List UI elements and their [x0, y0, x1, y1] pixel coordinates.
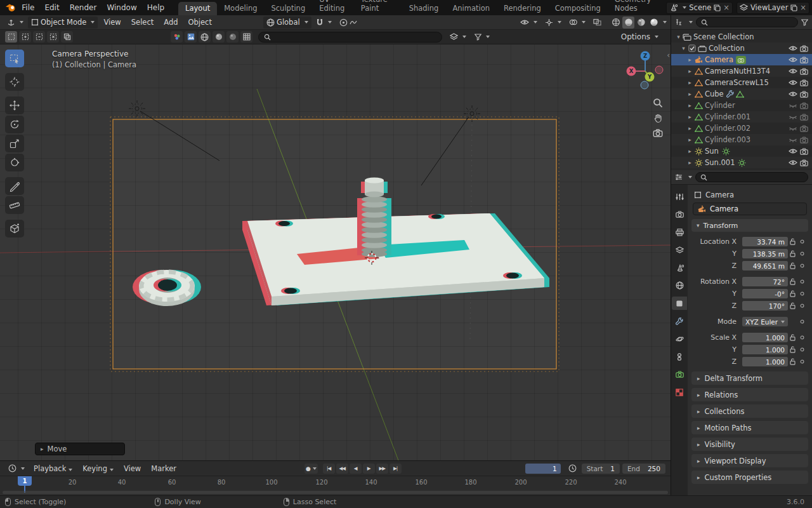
tool-select-box[interactable] [5, 50, 24, 67]
menu-edit[interactable]: Edit [39, 0, 64, 15]
outliner-row-collection[interactable]: ▾ Collection [671, 43, 812, 54]
tab-animation[interactable]: Animation [445, 2, 497, 15]
scale-z-field[interactable]: 1.000 [742, 357, 788, 366]
rotation-z-field[interactable]: 170° [742, 301, 788, 311]
light-data-icon[interactable] [722, 147, 730, 156]
light-data-icon[interactable] [738, 159, 746, 167]
menu-keying[interactable]: Keying [78, 464, 118, 473]
outliner-row-cube[interactable]: ▸ Cube [671, 88, 812, 100]
current-frame-field[interactable]: 1 [525, 464, 561, 474]
lock-icon[interactable] [788, 278, 798, 285]
new-viewlayer-icon[interactable] [790, 4, 797, 11]
hide-viewport-icon[interactable] [789, 79, 797, 86]
tab-sculpting[interactable]: Sculpting [265, 2, 313, 15]
outliner-editor-icon[interactable] [675, 18, 683, 26]
lock-icon[interactable] [788, 334, 798, 341]
start-frame-field[interactable]: Start1 [582, 464, 620, 474]
shading-material-button[interactable] [635, 17, 647, 29]
disclosure-icon[interactable]: ▸ [686, 102, 693, 109]
object-name-field[interactable]: Camera [693, 203, 807, 215]
tab-object[interactable] [672, 297, 687, 310]
disable-render-icon[interactable] [800, 159, 808, 166]
tab-modeling[interactable]: Modeling [217, 2, 264, 15]
new-scene-icon[interactable] [714, 4, 721, 11]
tool-rotate[interactable] [5, 116, 24, 133]
disable-render-icon[interactable] [800, 79, 808, 86]
navigation-gizmo[interactable]: Z X Y [622, 47, 667, 91]
timeline-ruler[interactable]: 20 40 60 80 100 120 140 160 180 200 220 … [0, 476, 671, 495]
rotation-mode-select[interactable]: XYZ Euler [742, 317, 788, 326]
tool-annotate[interactable] [5, 177, 24, 195]
select-mode-new-button[interactable] [5, 31, 17, 43]
filter-type-popover[interactable] [447, 31, 469, 43]
animate-dot-icon[interactable] [798, 335, 807, 340]
tool-transform[interactable] [5, 154, 24, 171]
modifier-icon[interactable] [726, 90, 734, 98]
menu-help[interactable]: Help [142, 0, 169, 15]
tab-physics[interactable] [672, 332, 687, 345]
tab-layout[interactable]: Layout [178, 2, 217, 15]
disable-render-icon[interactable] [800, 91, 808, 98]
menu-render[interactable]: Render [65, 0, 102, 15]
outliner-row-cylinder-003[interactable]: ▸ Cylinder.003 [671, 134, 812, 145]
disclosure-icon[interactable]: ▸ [686, 91, 693, 97]
section-custom-properties[interactable]: ▸Custom Properties [691, 471, 808, 484]
animate-dot-icon[interactable] [798, 279, 807, 284]
section-viewport-display[interactable]: ▸Viewport Display [691, 454, 808, 467]
tab-tool[interactable] [672, 190, 687, 203]
hide-viewport-icon[interactable] [789, 45, 797, 51]
grid-button[interactable] [240, 31, 252, 43]
shading-rendered-button[interactable] [648, 17, 660, 29]
disclosure-icon[interactable]: ▾ [675, 34, 682, 40]
tab-texture[interactable] [672, 385, 687, 399]
mesh-data-icon[interactable] [736, 91, 744, 98]
axis-neg-z-handle[interactable] [641, 81, 648, 89]
disclosure-icon[interactable]: ▸ [686, 137, 693, 143]
tool-add-cube[interactable] [5, 220, 24, 237]
lock-icon[interactable] [788, 346, 798, 353]
select-mode-intersect-button[interactable] [61, 31, 73, 43]
play-button[interactable]: ▶ [363, 464, 375, 474]
disable-render-icon[interactable] [800, 148, 808, 155]
menu-file[interactable]: File [16, 0, 39, 15]
lock-icon[interactable] [788, 250, 798, 257]
xray-toggle[interactable] [590, 17, 605, 29]
end-frame-field[interactable]: End250 [622, 464, 665, 474]
bolt-object[interactable] [357, 178, 391, 258]
animate-dot-icon[interactable] [798, 291, 807, 296]
viewport-3d[interactable]: Camera Perspective (1) Collection | Came… [0, 44, 671, 460]
visibility-popover[interactable] [517, 17, 540, 29]
rotation-y-field[interactable]: -0° [742, 289, 788, 298]
properties-editor-icon[interactable] [675, 173, 683, 181]
editor-type-button[interactable] [4, 17, 27, 29]
camera-view-icon[interactable] [653, 129, 663, 137]
menu-select[interactable]: Select [127, 18, 158, 27]
section-collections[interactable]: ▸Collections [691, 404, 808, 418]
menu-timeline-view[interactable]: View [119, 464, 145, 473]
section-motion-paths[interactable]: ▸Motion Paths [691, 421, 808, 434]
jump-to-end-button[interactable]: ▶| [390, 464, 402, 474]
viewlayer-selector[interactable]: ViewLayer × [737, 2, 809, 14]
menu-view[interactable]: View [99, 18, 125, 27]
tab-object-data[interactable] [672, 368, 687, 381]
shading-wireframe-button[interactable] [610, 17, 622, 29]
disclosure-icon[interactable]: ▸ [686, 148, 693, 154]
tool-scale[interactable] [5, 135, 24, 152]
location-y-field[interactable]: 138.35 m [742, 249, 788, 258]
animate-dot-icon[interactable] [798, 239, 807, 244]
outliner-row-camera[interactable]: ▸ Camera [671, 54, 812, 65]
lock-icon[interactable] [788, 290, 798, 297]
outliner-row-cylinder-001[interactable]: ▸ Cylinder.001 [671, 111, 812, 123]
outliner-row-sun[interactable]: ▸ Sun [671, 145, 812, 157]
section-relations[interactable]: ▸Relations [691, 388, 808, 401]
hidden-viewport-icon[interactable] [789, 102, 797, 109]
disable-render-icon[interactable] [800, 137, 808, 144]
animate-dot-icon[interactable] [798, 359, 807, 364]
mode-select[interactable]: Object Mode [28, 17, 98, 29]
tab-texture-paint[interactable]: Texture Paint [354, 0, 402, 15]
tab-uv-editing[interactable]: UV Editing [312, 0, 354, 15]
shading-solid-button[interactable] [622, 17, 634, 29]
unlink-scene-icon[interactable]: × [723, 3, 730, 12]
tab-output[interactable] [672, 225, 687, 239]
scene-name[interactable]: Scene [689, 3, 711, 12]
